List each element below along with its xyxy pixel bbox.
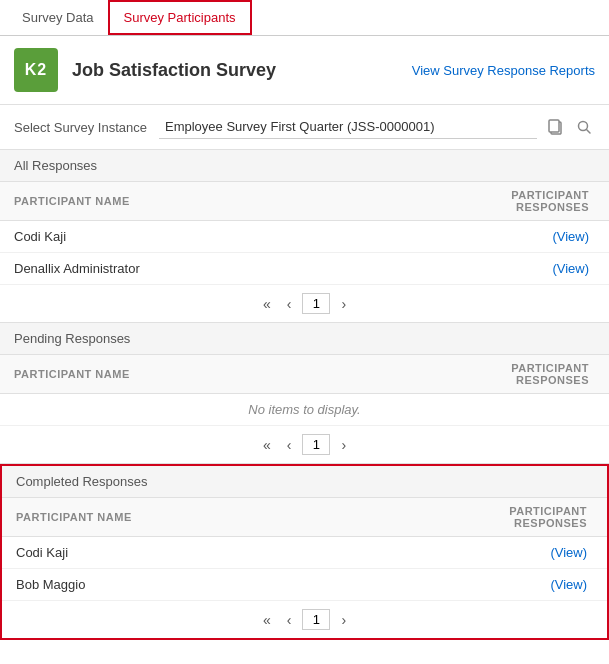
table-row: Codi Kaji(View)	[0, 221, 609, 253]
instance-selector-label: Select Survey Instance	[14, 120, 147, 135]
survey-header: K2 Job Satisfaction Survey View Survey R…	[0, 36, 609, 105]
all-responses-col-name: PARTICIPANT NAME	[0, 182, 426, 221]
completed-responses-section: Completed Responses PARTICIPANT NAME PAR…	[0, 464, 609, 640]
survey-title: Job Satisfaction Survey	[72, 60, 412, 81]
pending-responses-header-row: PARTICIPANT NAME PARTICIPANT RESPONSES	[0, 355, 609, 394]
pending-responses-no-items-row: No items to display.	[0, 394, 609, 426]
pending-responses-section: Pending Responses PARTICIPANT NAME PARTI…	[0, 323, 609, 464]
participant-view-link[interactable]: (View)	[426, 569, 608, 601]
pending-responses-no-items: No items to display.	[0, 394, 609, 426]
svg-line-3	[587, 130, 591, 134]
all-responses-table: PARTICIPANT NAME PARTICIPANT RESPONSES C…	[0, 182, 609, 285]
all-responses-header-row: PARTICIPANT NAME PARTICIPANT RESPONSES	[0, 182, 609, 221]
participant-view-link[interactable]: (View)	[426, 253, 609, 285]
search-icon[interactable]	[573, 116, 595, 138]
all-responses-prev-page[interactable]: ‹	[282, 294, 297, 314]
instance-selector-input[interactable]	[159, 115, 537, 139]
all-responses-section: All Responses PARTICIPANT NAME PARTICIPA…	[0, 150, 609, 323]
completed-responses-page-input[interactable]	[302, 609, 330, 630]
all-responses-pagination: « ‹ ›	[0, 285, 609, 322]
participant-name: Codi Kaji	[2, 537, 426, 569]
all-responses-col-responses: PARTICIPANT RESPONSES	[426, 182, 609, 221]
all-responses-first-page[interactable]: «	[258, 294, 276, 314]
participant-name: Codi Kaji	[0, 221, 426, 253]
table-row: Bob Maggio(View)	[2, 569, 607, 601]
all-responses-next-page[interactable]: ›	[336, 294, 351, 314]
instance-icons	[545, 116, 595, 138]
participant-name: Denallix Administrator	[0, 253, 426, 285]
completed-responses-col-name: PARTICIPANT NAME	[2, 498, 426, 537]
participant-view-link[interactable]: (View)	[426, 537, 608, 569]
pending-responses-prev-page[interactable]: ‹	[282, 435, 297, 455]
pending-responses-page-input[interactable]	[302, 434, 330, 455]
participant-name: Bob Maggio	[2, 569, 426, 601]
k2-logo: K2	[14, 48, 58, 92]
top-nav: Survey Data Survey Participants	[0, 0, 609, 36]
tab-survey-participants[interactable]: Survey Participants	[108, 0, 252, 35]
participant-view-link[interactable]: (View)	[426, 221, 609, 253]
completed-responses-col-responses: PARTICIPANT RESPONSES	[426, 498, 608, 537]
pending-responses-table: PARTICIPANT NAME PARTICIPANT RESPONSES N…	[0, 355, 609, 426]
completed-responses-pagination: « ‹ ›	[2, 601, 607, 638]
copy-icon[interactable]	[545, 116, 567, 138]
completed-responses-first-page[interactable]: «	[258, 610, 276, 630]
table-row: Denallix Administrator(View)	[0, 253, 609, 285]
pending-responses-col-responses: PARTICIPANT RESPONSES	[426, 355, 609, 394]
k2-logo-text: K2	[25, 61, 47, 79]
pending-responses-pagination: « ‹ ›	[0, 426, 609, 463]
instance-selector-row: Select Survey Instance	[0, 105, 609, 150]
svg-rect-1	[549, 120, 559, 132]
pending-responses-next-page[interactable]: ›	[336, 435, 351, 455]
pending-responses-first-page[interactable]: «	[258, 435, 276, 455]
completed-responses-header: Completed Responses	[2, 466, 607, 498]
completed-responses-table: PARTICIPANT NAME PARTICIPANT RESPONSES C…	[2, 498, 607, 601]
completed-responses-next-page[interactable]: ›	[336, 610, 351, 630]
tab-survey-data[interactable]: Survey Data	[8, 2, 108, 33]
table-row: Codi Kaji(View)	[2, 537, 607, 569]
view-reports-link[interactable]: View Survey Response Reports	[412, 63, 595, 78]
completed-responses-prev-page[interactable]: ‹	[282, 610, 297, 630]
all-responses-page-input[interactable]	[302, 293, 330, 314]
pending-responses-col-name: PARTICIPANT NAME	[0, 355, 426, 394]
pending-responses-header: Pending Responses	[0, 323, 609, 355]
completed-responses-header-row: PARTICIPANT NAME PARTICIPANT RESPONSES	[2, 498, 607, 537]
all-responses-header: All Responses	[0, 150, 609, 182]
